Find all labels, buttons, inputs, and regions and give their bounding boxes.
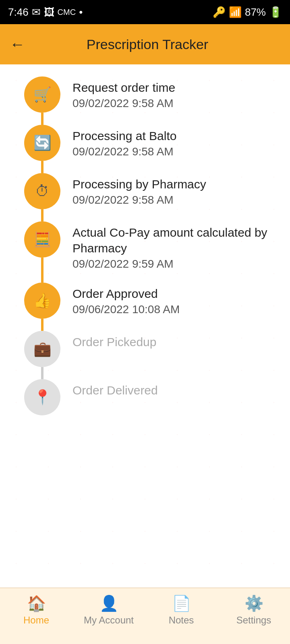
timeline-item-copay-amount: 🧮Actual Co-Pay amount calculated by Phar…	[24, 221, 278, 270]
timeline-label-copay-amount: Actual Co-Pay amount calculated by Pharm…	[72, 225, 278, 256]
timeline-date-copay-amount: 09/02/2022 9:59 AM	[72, 258, 278, 270]
header: ← Prescription Tracker	[0, 24, 290, 64]
timeline-label-processing-pharmacy: Processing by Pharmacy	[72, 176, 206, 192]
timeline-line-4	[41, 319, 44, 331]
status-right: 🔑 📶 87% 🔋	[213, 6, 282, 19]
timeline-text-order-delivered: Order Delivered	[72, 379, 158, 398]
page-title: Prescription Tracker	[35, 37, 260, 52]
nav-icon-my-account: 👤	[99, 594, 118, 612]
timeline-line-0	[41, 113, 44, 125]
timeline-item-order-pickedup: 💼Order Pickedup	[24, 331, 278, 367]
timeline-item-processing-pharmacy: ⏱Processing by Pharmacy09/02/2022 9:58 A…	[24, 173, 278, 209]
timeline-text-copay-amount: Actual Co-Pay amount calculated by Pharm…	[72, 221, 278, 270]
nav-item-home[interactable]: 🏠Home	[0, 594, 72, 626]
nav-label-home: Home	[23, 615, 49, 626]
timeline-item-order-approved: 👍Order Approved09/06/2022 10:08 AM	[24, 283, 278, 319]
timeline-label-request-order: Request order time	[72, 80, 175, 95]
battery-icon: 🔋	[269, 6, 282, 19]
timeline-label-order-approved: Order Approved	[72, 286, 180, 301]
timeline-text-processing-pharmacy: Processing by Pharmacy09/02/2022 9:58 AM	[72, 173, 206, 206]
cmc-icon: CMC	[58, 8, 76, 17]
nav-item-settings[interactable]: ⚙️Settings	[218, 594, 290, 626]
status-bar: 7:46 ✉ 🖼 CMC • 🔑 📶 87% 🔋	[0, 0, 290, 24]
timeline-date-request-order: 09/02/2022 9:58 AM	[72, 97, 175, 110]
timeline-item-request-order: 🛒Request order time09/02/2022 9:58 AM	[24, 76, 278, 113]
timeline: 🛒Request order time09/02/2022 9:58 AM🔄Pr…	[0, 64, 290, 440]
timeline-text-order-approved: Order Approved09/06/2022 10:08 AM	[72, 283, 180, 316]
email-icon: ✉	[32, 6, 41, 19]
nav-item-my-account[interactable]: 👤My Account	[72, 594, 145, 626]
timeline-icon-processing-pharmacy: ⏱	[24, 173, 60, 209]
main-content: 🛒Request order time09/02/2022 9:58 AM🔄Pr…	[0, 64, 290, 588]
wifi-icon: 📶	[229, 6, 242, 19]
nav-icon-settings: ⚙️	[244, 594, 263, 612]
timeline-icon-order-approved: 👍	[24, 283, 60, 319]
battery-text: 87%	[245, 6, 266, 19]
nav-label-my-account: My Account	[84, 615, 134, 626]
timeline-line-2	[41, 209, 44, 221]
nav-item-notes[interactable]: 📄Notes	[145, 594, 218, 626]
timeline-text-processing-balto: Processing at Balto09/02/2022 9:58 AM	[72, 125, 176, 158]
nav-icon-home: 🏠	[27, 594, 46, 612]
timeline-date-processing-balto: 09/02/2022 9:58 AM	[72, 145, 176, 158]
timeline-line-5	[41, 367, 44, 379]
timeline-icon-order-pickedup: 💼	[24, 331, 60, 367]
dot-icon: •	[79, 6, 83, 19]
nav-label-settings: Settings	[236, 615, 271, 626]
timeline-text-order-pickedup: Order Pickedup	[72, 331, 156, 350]
nav-icon-notes: 📄	[172, 594, 191, 612]
timeline-date-order-approved: 09/06/2022 10:08 AM	[72, 303, 180, 316]
timeline-item-processing-balto: 🔄Processing at Balto09/02/2022 9:58 AM	[24, 125, 278, 161]
nav-label-notes: Notes	[169, 615, 194, 626]
timeline-label-processing-balto: Processing at Balto	[72, 128, 176, 144]
timeline-text-request-order: Request order time09/02/2022 9:58 AM	[72, 76, 175, 110]
timeline-icon-order-delivered: 📍	[24, 379, 60, 415]
timeline-label-order-pickedup: Order Pickedup	[72, 334, 156, 350]
back-button[interactable]: ←	[10, 36, 25, 53]
bottom-nav: 🏠Home👤My Account📄Notes⚙️Settings	[0, 588, 290, 644]
status-time: 7:46	[8, 6, 29, 19]
status-left: 7:46 ✉ 🖼 CMC •	[8, 6, 83, 19]
key-icon: 🔑	[213, 6, 226, 19]
timeline-date-processing-pharmacy: 09/02/2022 9:58 AM	[72, 194, 206, 206]
timeline-line-1	[41, 161, 44, 173]
timeline-label-order-delivered: Order Delivered	[72, 382, 158, 398]
timeline-item-order-delivered: 📍Order Delivered	[24, 379, 278, 415]
timeline-icon-request-order: 🛒	[24, 76, 60, 113]
timeline-icon-copay-amount: 🧮	[24, 221, 60, 258]
image-icon: 🖼	[44, 6, 54, 19]
timeline-icon-processing-balto: 🔄	[24, 125, 60, 161]
